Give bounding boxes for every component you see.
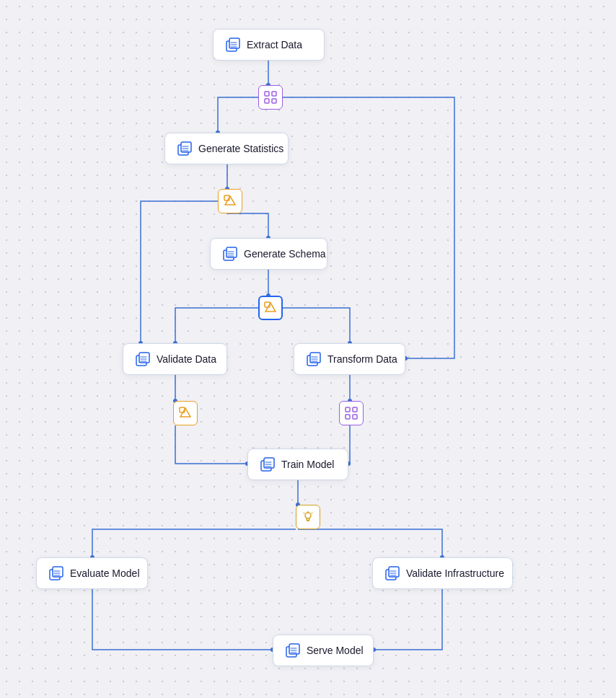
- svg-rect-44: [346, 407, 350, 412]
- generate-statistics-node[interactable]: Generate Statistics: [164, 133, 289, 164]
- transform-data-label: Transform Data: [327, 353, 397, 365]
- svg-rect-27: [272, 92, 276, 96]
- cube-icon-6: [260, 456, 276, 472]
- serve-model-node[interactable]: Serve Model: [273, 635, 374, 666]
- generate-schema-node[interactable]: Generate Schema: [210, 238, 327, 270]
- cube-icon: [225, 37, 241, 53]
- shapes-icon: [224, 195, 237, 208]
- bulb-icon: [302, 511, 314, 524]
- validate-data-label: Validate Data: [157, 353, 216, 365]
- connector-6[interactable]: [296, 505, 320, 529]
- extract-data-node[interactable]: Extract Data: [213, 29, 325, 61]
- transform-data-node[interactable]: Transform Data: [294, 343, 405, 375]
- svg-rect-28: [265, 99, 269, 103]
- generate-statistics-label: Generate Statistics: [198, 143, 283, 154]
- cube-icon-4: [135, 351, 151, 367]
- extract-data-label: Extract Data: [247, 39, 302, 50]
- svg-line-53: [304, 513, 304, 513]
- shapes-icon-2: [264, 301, 277, 314]
- validate-data-node[interactable]: Validate Data: [123, 343, 227, 375]
- train-model-node[interactable]: Train Model: [247, 449, 348, 480]
- generate-schema-label: Generate Schema: [244, 248, 326, 260]
- grid-icon-2: [345, 407, 358, 420]
- svg-rect-26: [265, 92, 269, 96]
- train-model-label: Train Model: [281, 459, 334, 470]
- connector-5[interactable]: [339, 401, 364, 425]
- connector-2[interactable]: [218, 189, 242, 213]
- cube-icon-2: [177, 141, 193, 156]
- validate-infra-label: Validate Infrastructure: [406, 567, 504, 579]
- svg-rect-47: [353, 415, 357, 419]
- cube-icon-5: [306, 351, 322, 367]
- svg-rect-45: [353, 407, 357, 412]
- svg-line-54: [312, 513, 312, 513]
- cube-icon-9: [285, 642, 301, 658]
- cube-icon-8: [384, 565, 400, 581]
- evaluate-model-node[interactable]: Evaluate Model: [36, 557, 148, 589]
- shapes-icon-3: [179, 407, 192, 420]
- svg-point-50: [305, 513, 311, 518]
- cube-icon-7: [48, 565, 64, 581]
- flow-diagram: Extract Data Generate Statistics: [0, 0, 616, 698]
- svg-rect-29: [272, 99, 276, 103]
- connector-1[interactable]: [258, 85, 283, 110]
- evaluate-model-label: Evaluate Model: [70, 567, 140, 579]
- connector-3[interactable]: [258, 296, 283, 320]
- validate-infra-node[interactable]: Validate Infrastructure: [372, 557, 513, 589]
- serve-model-label: Serve Model: [307, 645, 364, 656]
- connector-4[interactable]: [173, 401, 198, 425]
- grid-icon: [264, 91, 277, 104]
- cube-icon-3: [222, 246, 238, 262]
- svg-rect-46: [346, 415, 350, 419]
